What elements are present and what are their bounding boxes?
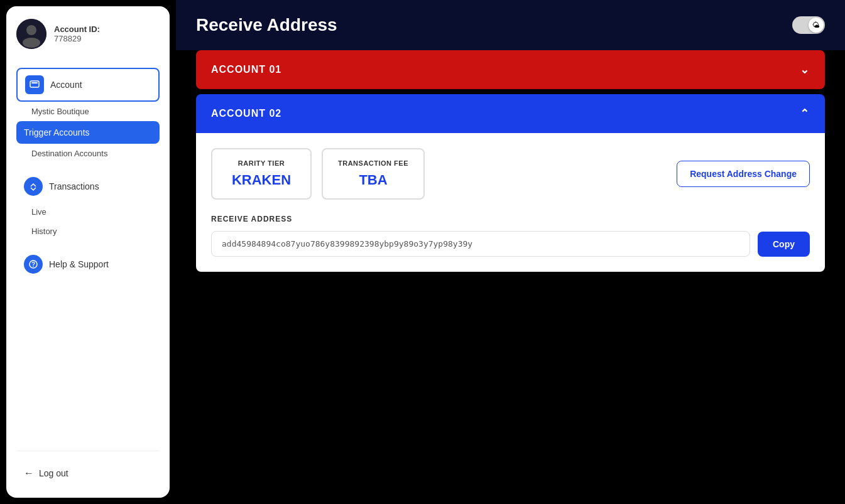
account-section: Account Mystic Boutique Trigger Accounts… — [16, 68, 160, 163]
transaction-fee-card: TRANSACTION FEE TBA — [322, 148, 425, 200]
avatar — [16, 19, 46, 49]
request-address-change-button[interactable]: Request Address Change — [677, 161, 810, 187]
mystic-boutique-label: Mystic Boutique — [31, 107, 89, 116]
profile-info: Account ID: 778829 — [54, 24, 100, 43]
account-icon — [25, 75, 44, 94]
account-01-section: ACCOUNT 01 ⌄ — [196, 50, 825, 89]
history-label: History — [31, 227, 57, 236]
sidebar-item-live[interactable]: Live — [16, 202, 160, 222]
trigger-accounts-label: Trigger Accounts — [24, 127, 90, 137]
account-info-row: RARITY TIER KRAKEN TRANSACTION FEE TBA R… — [211, 148, 810, 200]
main-content: ACCOUNT 01 ⌄ ACCOUNT 02 ⌃ RARITY TIER KR… — [176, 50, 845, 504]
transactions-section: Transactions Live History — [16, 171, 160, 241]
sidebar-item-history[interactable]: History — [16, 222, 160, 241]
account-label: Account — [50, 80, 82, 90]
svg-text:?: ? — [31, 261, 35, 268]
toggle-container: 🌤 — [792, 16, 825, 34]
address-row: Copy — [211, 231, 810, 257]
profile-section: Account ID: 778829 — [16, 19, 160, 49]
transactions-label: Transactions — [49, 181, 99, 191]
destination-accounts-label: Destination Accounts — [31, 149, 107, 158]
page-title: Receive Address — [196, 15, 337, 35]
account-id-label: Account ID: — [54, 24, 100, 34]
theme-toggle[interactable]: 🌤 — [792, 16, 825, 34]
logout-button[interactable]: ← Log out — [16, 461, 160, 485]
sidebar-footer: ← Log out — [16, 451, 160, 485]
transaction-fee-value: TBA — [338, 172, 408, 188]
sidebar-item-help-support[interactable]: ? Help & Support — [16, 249, 160, 280]
sidebar-item-trigger-accounts[interactable]: Trigger Accounts — [16, 121, 160, 144]
account-01-chevron-icon: ⌄ — [800, 63, 810, 77]
help-support-label: Help & Support — [49, 259, 109, 269]
logout-icon: ← — [24, 468, 34, 479]
account-02-body: RARITY TIER KRAKEN TRANSACTION FEE TBA R… — [196, 133, 825, 272]
account-02-header[interactable]: ACCOUNT 02 ⌃ — [196, 94, 825, 133]
sidebar: Account ID: 778829 Account Mystic Boutiq… — [6, 6, 170, 498]
account-01-label: ACCOUNT 01 — [211, 64, 281, 75]
account-02-section: ACCOUNT 02 ⌃ RARITY TIER KRAKEN TRANSACT… — [196, 94, 825, 272]
sidebar-nav: Account Mystic Boutique Trigger Accounts… — [16, 68, 160, 451]
main-area: Receive Address 🌤 ACCOUNT 01 ⌄ ACCOUNT 0… — [176, 0, 845, 504]
account-01-header[interactable]: ACCOUNT 01 ⌄ — [196, 50, 825, 89]
rarity-tier-label: RARITY TIER — [227, 159, 295, 167]
sidebar-item-account[interactable]: Account — [16, 68, 160, 102]
copy-button[interactable]: Copy — [758, 232, 810, 257]
account-02-label: ACCOUNT 02 — [211, 108, 281, 119]
rarity-tier-value: KRAKEN — [227, 172, 295, 188]
receive-address-section: RECEIVE ADDRESS Copy — [211, 215, 810, 257]
account-02-chevron-icon: ⌃ — [800, 107, 810, 121]
transactions-icon — [24, 177, 43, 196]
help-section: ? Help & Support — [16, 249, 160, 280]
live-label: Live — [31, 207, 46, 217]
receive-address-label: RECEIVE ADDRESS — [211, 215, 810, 223]
transaction-fee-label: TRANSACTION FEE — [338, 159, 408, 167]
logout-label: Log out — [39, 468, 68, 478]
svg-point-2 — [23, 38, 40, 48]
svg-point-1 — [26, 25, 36, 35]
toggle-knob: 🌤 — [809, 18, 824, 33]
account-id-value: 778829 — [54, 34, 100, 43]
svg-rect-4 — [31, 82, 38, 83]
sidebar-item-transactions[interactable]: Transactions — [16, 171, 160, 202]
rarity-tier-card: RARITY TIER KRAKEN — [211, 148, 312, 200]
svg-rect-3 — [30, 81, 39, 87]
main-header: Receive Address 🌤 — [176, 0, 845, 50]
help-icon: ? — [24, 255, 43, 274]
sidebar-item-destination-accounts[interactable]: Destination Accounts — [16, 144, 160, 163]
address-input[interactable] — [211, 231, 750, 257]
sidebar-item-mystic-boutique[interactable]: Mystic Boutique — [16, 102, 160, 121]
